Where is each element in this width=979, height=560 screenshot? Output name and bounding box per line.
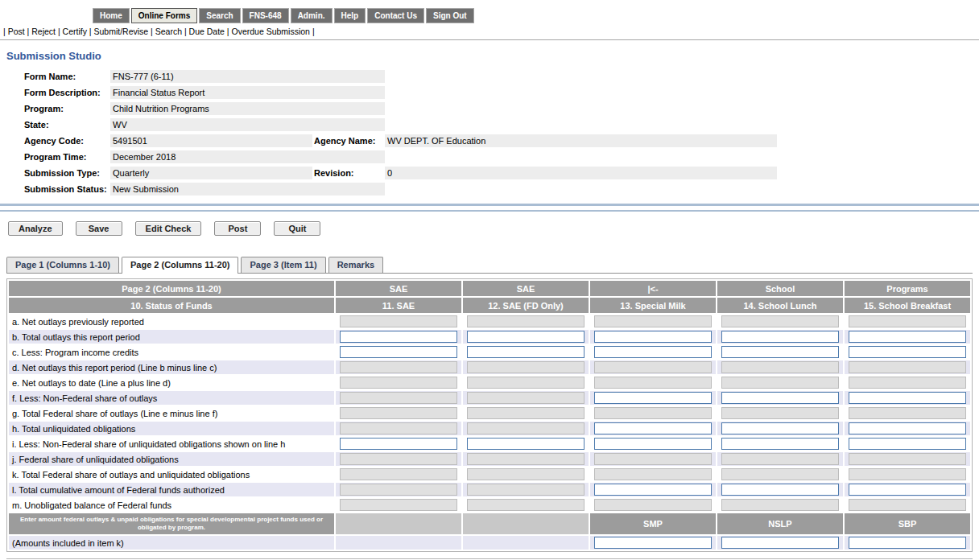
tab-remarks[interactable]: Remarks — [328, 257, 383, 273]
field-value-revision: 0 — [385, 167, 777, 179]
form-info-row: Form Description:Financial Status Report — [24, 86, 979, 99]
form-info-row: Program Time:December 2018 — [24, 150, 979, 163]
table-cell — [336, 376, 461, 389]
input-f-col13[interactable] — [594, 392, 713, 404]
input-e-col11 — [340, 377, 458, 389]
action-reject[interactable]: Reject — [31, 27, 56, 36]
table-cell — [590, 498, 716, 512]
input-c-col12[interactable] — [467, 346, 585, 358]
edit-check-button[interactable]: Edit Check — [135, 221, 202, 236]
nav-item-fns-648[interactable]: FNS-648 — [242, 8, 289, 23]
toolbar: AnalyzeSaveEdit CheckPostQuit — [8, 221, 979, 236]
table-cell — [845, 345, 970, 359]
nav-item-help[interactable]: Help — [334, 8, 366, 23]
input-amounts-col13[interactable] — [594, 537, 713, 549]
table-row: e. Net outlays to date (Line a plus line… — [9, 376, 970, 389]
group-header-2: SAE — [463, 281, 589, 296]
page-tabs: Page 1 (Columns 1-10)Page 2 (Columns 11-… — [6, 257, 973, 274]
table-cell — [717, 360, 843, 374]
input-f-col14[interactable] — [721, 392, 840, 404]
table-cell — [717, 452, 843, 466]
row-label-amounts: (Amounts included in item k) — [9, 536, 334, 550]
table-row: a. Net outlays previously reported — [9, 315, 970, 328]
action-post[interactable]: Post — [8, 27, 25, 36]
column-header-5: 15. School Breakfast — [845, 298, 970, 313]
input-h-col14[interactable] — [721, 422, 840, 434]
analyze-button[interactable]: Analyze — [8, 221, 63, 236]
table-cell — [845, 536, 970, 550]
page-title: Submission Studio — [6, 50, 979, 62]
table-row: f. Less: Non-Federal share of outlays — [9, 391, 970, 405]
post-button[interactable]: Post — [214, 221, 261, 236]
action-overdue-submission[interactable]: Overdue Submission — [232, 27, 310, 36]
input-i-col15[interactable] — [849, 438, 967, 450]
divider-top — [0, 204, 979, 206]
input-k-col14 — [721, 468, 840, 480]
input-e-col14 — [721, 377, 840, 389]
nav-item-search[interactable]: Search — [199, 8, 240, 23]
status-of-funds-body: Page 2 (Columns 11-20)SAESAE|<-SchoolPro… — [9, 281, 970, 550]
input-b-col11[interactable] — [340, 331, 458, 343]
action-submit-revise[interactable]: Submit/Revise — [93, 27, 148, 36]
bottom-divider — [6, 558, 973, 559]
field-label-program: Program: — [24, 104, 110, 113]
nav-item-sign-out[interactable]: Sign Out — [426, 8, 474, 23]
input-c-col13[interactable] — [594, 346, 713, 358]
form-info-row: Form Name:FNS-777 (6-11) — [24, 70, 979, 83]
input-b-col14[interactable] — [721, 331, 840, 343]
tab-page-2-columns-11-20[interactable]: Page 2 (Columns 11-20) — [122, 257, 239, 274]
input-b-col12[interactable] — [467, 331, 585, 343]
table-cell — [845, 483, 970, 496]
input-b-col15[interactable] — [849, 331, 967, 343]
special-header-empty-0 — [336, 513, 461, 534]
input-a-col12 — [467, 315, 585, 327]
input-i-col14[interactable] — [721, 438, 840, 450]
nav-item-home[interactable]: Home — [93, 8, 130, 23]
input-amounts-col14[interactable] — [721, 537, 840, 549]
input-c-col11[interactable] — [340, 346, 458, 358]
input-k-col11 — [340, 468, 458, 480]
nav-item-online-forms[interactable]: Online Forms — [131, 8, 197, 23]
input-c-col14[interactable] — [721, 346, 840, 358]
input-i-col11[interactable] — [340, 438, 458, 450]
field-value-agency-code: 5491501 — [110, 134, 312, 147]
input-l-col13[interactable] — [594, 484, 713, 496]
group-header-5: Programs — [845, 281, 970, 296]
table-cell — [463, 452, 589, 466]
input-l-col14[interactable] — [721, 484, 840, 496]
nav-item-admin[interactable]: Admin. — [291, 8, 333, 23]
table-row: m. Unobligated balance of Federal funds — [9, 498, 970, 512]
row-label-j: j. Federal share of unliquidated obligat… — [9, 452, 334, 466]
action-due-date[interactable]: Due Date — [189, 27, 225, 36]
top-nav: HomeOnline FormsSearchFNS-648Admin.HelpC… — [0, 0, 979, 23]
field-label-form-description: Form Description: — [24, 88, 110, 97]
field-label-program-time: Program Time: — [24, 152, 110, 162]
input-i-col13[interactable] — [594, 438, 713, 450]
input-f-col15[interactable] — [849, 392, 967, 404]
action-certify[interactable]: Certify — [63, 27, 87, 36]
table-cell — [336, 536, 461, 550]
input-b-col13[interactable] — [594, 331, 713, 343]
input-h-col15[interactable] — [849, 422, 967, 434]
tab-page-1-columns-1-10[interactable]: Page 1 (Columns 1-10) — [6, 257, 119, 273]
table-cell — [463, 406, 589, 420]
table-cell — [717, 536, 843, 550]
input-j-col14 — [721, 453, 840, 465]
tab-page-3-item-11[interactable]: Page 3 (Item 11) — [241, 257, 325, 273]
input-amounts-col15[interactable] — [849, 537, 967, 549]
input-c-col15[interactable] — [849, 346, 967, 358]
field-value-program-time: December 2018 — [110, 150, 385, 163]
form-info-row: Submission Status:New Submission — [24, 183, 979, 196]
table-cell — [590, 330, 716, 344]
quit-button[interactable]: Quit — [274, 221, 320, 236]
nav-item-contact-us[interactable]: Contact Us — [367, 8, 424, 23]
divider-bottom — [0, 210, 979, 212]
input-h-col13[interactable] — [594, 422, 713, 434]
save-button[interactable]: Save — [76, 221, 122, 236]
action-search[interactable]: Search — [155, 27, 182, 36]
column-header-row: 10. Status of Funds11. SAE12. SAE (FD On… — [9, 298, 970, 313]
input-m-col15 — [849, 499, 967, 511]
input-l-col15[interactable] — [849, 484, 967, 496]
table-cell — [845, 315, 970, 328]
input-i-col12[interactable] — [467, 438, 585, 450]
